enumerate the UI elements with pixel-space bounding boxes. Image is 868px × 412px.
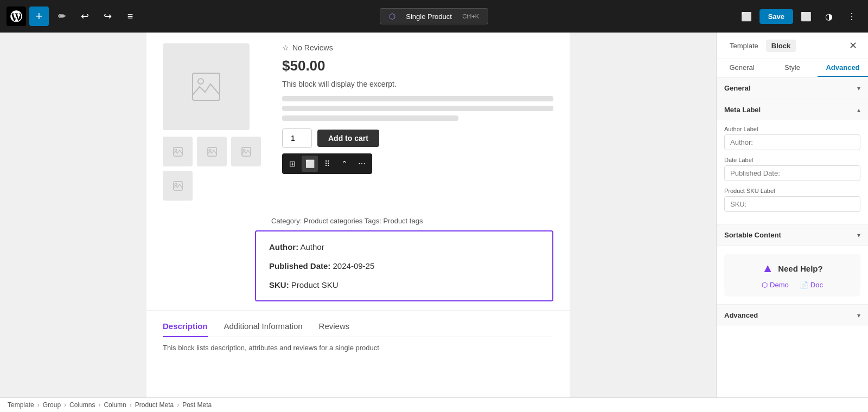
breadcrumb-product-meta[interactable]: Product Meta — [135, 401, 174, 409]
section-sortable: Sortable Content ▾ — [717, 224, 868, 246]
breadcrumb-column[interactable]: Column — [104, 401, 126, 409]
undo-button[interactable]: ↩ — [75, 7, 94, 26]
cart-row: Add to cart — [282, 128, 553, 148]
block-toolbar: ⊞ ⬜ ⠿ ⌃ ⋯ — [282, 153, 372, 174]
section-advanced: Advanced ▾ — [717, 304, 868, 326]
need-help-header: ▲ Need Help? — [732, 261, 853, 275]
meta-sku-value: Product SKU — [291, 280, 339, 289]
more-options-button[interactable]: ⋮ — [842, 7, 861, 26]
breadcrumb-template[interactable]: Template — [8, 401, 34, 409]
breadcrumb-columns[interactable]: Columns — [69, 401, 95, 409]
chevron-up-icon: ▴ — [857, 106, 860, 114]
document-title: Single Product — [406, 12, 452, 21]
doc-link[interactable]: 📄 Doc — [800, 281, 823, 289]
section-sortable-header[interactable]: Sortable Content ▾ — [717, 224, 868, 246]
date-label-label: Date Label — [724, 157, 860, 163]
meta-date-label: Published Date: — [269, 261, 330, 271]
panel-tab-template[interactable]: Template — [724, 40, 764, 52]
save-button[interactable]: Save — [760, 9, 793, 24]
sub-tab-advanced[interactable]: Advanced — [818, 59, 868, 77]
meta-date-value: 2024-09-25 — [333, 261, 375, 271]
demo-link[interactable]: ⬡ Demo — [762, 281, 789, 289]
canvas-area[interactable]: ☆ No Reviews $50.00 This block will disp… — [0, 33, 716, 397]
breadcrumb-bar: Template › Group › Columns › Column › Pr… — [0, 397, 868, 412]
meta-author-label: Author: — [269, 242, 298, 252]
post-meta-block[interactable]: Author: Author Published Date: 2024-09-2… — [255, 230, 553, 301]
top-bar-center: ⬡ Single Product Ctrl+K — [380, 8, 488, 24]
toolbar-table-icon[interactable]: ⊞ — [284, 156, 301, 172]
sub-tab-general[interactable]: General — [717, 59, 767, 77]
skeleton-line-3 — [282, 115, 458, 121]
toolbar-drag-icon[interactable]: ⠿ — [319, 156, 335, 172]
section-general: General ▾ — [717, 78, 868, 99]
meta-author-value: Author — [301, 242, 324, 252]
layout-button[interactable]: ⬜ — [796, 7, 816, 26]
chevron-down-icon: ▾ — [857, 85, 860, 92]
tab-description[interactable]: Description — [163, 321, 208, 337]
top-bar-right: ⬜ Save ⬜ ◑ ⋮ — [737, 7, 861, 26]
tabs-area: Description Additional Information Revie… — [146, 310, 570, 352]
demo-icon: ⬡ — [762, 281, 768, 289]
sub-tab-style[interactable]: Style — [767, 59, 818, 77]
breadcrumb-sep-1: › — [37, 401, 40, 409]
toolbar-more-icon[interactable]: ⋯ — [354, 156, 370, 172]
product-price: $50.00 — [282, 57, 553, 74]
list-view-button[interactable]: ≡ — [120, 7, 140, 26]
section-general-title: General — [724, 84, 750, 92]
panel-tab-block[interactable]: Block — [766, 40, 796, 52]
panel-sub-tabs: General Style Advanced — [717, 59, 868, 78]
section-general-header[interactable]: General ▾ — [717, 78, 868, 99]
svg-rect-1 — [193, 73, 220, 100]
section-meta-label-header[interactable]: Meta Label ▴ — [717, 99, 868, 120]
breadcrumb-post-meta[interactable]: Post Meta — [182, 401, 212, 409]
wordpress-logo — [7, 7, 26, 26]
advanced-title: Advanced — [724, 311, 758, 319]
chevron-down-icon-2: ▾ — [857, 231, 860, 239]
meta-sku-label: SKU: — [269, 280, 289, 289]
panel-close-button[interactable]: ✕ — [845, 38, 860, 53]
skeleton-line-2 — [282, 106, 553, 111]
star-icon: ☆ — [282, 43, 289, 52]
panel-header: Template Block ✕ — [717, 33, 868, 59]
product-top: ☆ No Reviews $50.00 This block will disp… — [146, 33, 570, 211]
add-to-cart-button[interactable]: Add to cart — [317, 130, 379, 147]
product-excerpt: This block will display the excerpt. — [282, 80, 553, 88]
product-details-column: ☆ No Reviews $50.00 This block will disp… — [271, 43, 553, 201]
edit-button[interactable]: ✏ — [52, 7, 72, 26]
section-sortable-title: Sortable Content — [724, 231, 781, 239]
advanced-header[interactable]: Advanced ▾ — [717, 305, 868, 326]
tab-additional-information[interactable]: Additional Information — [224, 321, 303, 337]
date-label-input[interactable] — [724, 165, 860, 181]
cat-tags-row: Category: Product categories Tags: Produ… — [255, 217, 553, 225]
product-thumb-1 — [163, 137, 193, 166]
top-bar: + ✏ ↩ ↪ ≡ ⬡ Single Product Ctrl+K ⬜ Save… — [0, 0, 868, 33]
skeleton-line-1 — [282, 96, 553, 101]
redo-button[interactable]: ↪ — [98, 7, 117, 26]
document-title-button[interactable]: ⬡ Single Product Ctrl+K — [380, 8, 488, 24]
tab-reviews[interactable]: Reviews — [319, 321, 350, 337]
need-help-links: ⬡ Demo 📄 Doc — [732, 281, 853, 289]
grid-icon: ⬡ — [389, 12, 395, 21]
tabs-row: Description Additional Information Revie… — [163, 321, 553, 337]
sku-label-label: Product SKU Label — [724, 188, 860, 194]
need-help-title: Need Help? — [778, 264, 823, 273]
panel-tabs: Template Block — [724, 40, 796, 52]
chevron-down-icon-3: ▾ — [857, 312, 860, 319]
breadcrumb-sep-3: › — [98, 401, 100, 409]
page-wrapper: ☆ No Reviews $50.00 This block will disp… — [146, 33, 570, 397]
add-block-button[interactable]: + — [29, 7, 49, 26]
section-meta-label-body: Author Label Date Label Product SKU Labe… — [717, 120, 868, 224]
toolbar-move-up-icon[interactable]: ⌃ — [336, 156, 353, 172]
keyboard-shortcut: Ctrl+K — [462, 13, 479, 20]
contrast-button[interactable]: ◑ — [819, 7, 839, 26]
panel-body: General ▾ Meta Label ▴ Author Label Date… — [717, 78, 868, 397]
quantity-input[interactable] — [282, 128, 312, 148]
right-panel: Template Block ✕ General Style Advanced … — [716, 33, 868, 397]
product-thumb-4 — [163, 171, 193, 201]
meta-date-row: Published Date: 2024-09-25 — [269, 261, 539, 271]
sku-label-input[interactable] — [724, 196, 860, 212]
screen-options-button[interactable]: ⬜ — [737, 7, 756, 26]
breadcrumb-group[interactable]: Group — [43, 401, 61, 409]
author-label-input[interactable] — [724, 134, 860, 150]
toolbar-image-icon[interactable]: ⬜ — [302, 156, 318, 172]
